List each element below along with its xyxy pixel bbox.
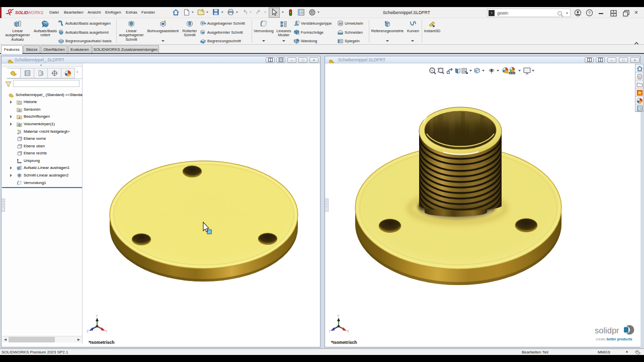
svg-text:WORKS: WORKS [27,10,43,15]
svg-text:X: X [347,329,349,333]
svg-text:solidpr: solidpr [595,326,619,335]
svg-text:*Isometrisch: *Isometrisch [331,340,357,345]
svg-text:*Isometrisch: *Isometrisch [89,340,115,345]
svg-text:?: ? [588,11,591,16]
svg-text:Z: Z [329,329,331,333]
svg-text:Y: Y [96,314,98,318]
svg-text:Y: Y [337,314,340,318]
svg-text:create better products: create better products [596,337,632,341]
svg-text:X: X [105,329,108,333]
svg-text:SOLID: SOLID [15,10,28,15]
svg-text:A: A [19,116,21,119]
svg-text:Z: Z [87,329,89,333]
